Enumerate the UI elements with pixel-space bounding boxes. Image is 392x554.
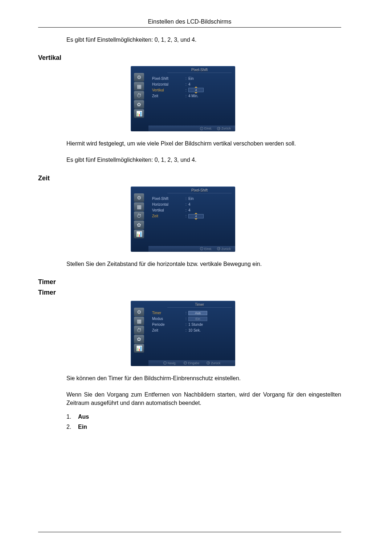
heading-vertikal: Vertikal	[38, 54, 341, 62]
osd-row: Vertikal : 4	[152, 208, 231, 213]
tab-icon-3[interactable]: ⏱	[134, 91, 144, 100]
tab-icon-5[interactable]: 📊	[134, 109, 144, 118]
osd-label-active: Zeit	[152, 214, 185, 218]
heading-timer-2: Timer	[38, 289, 341, 296]
list-label: Aus	[78, 414, 89, 420]
back-icon: ↺	[207, 361, 210, 365]
osd-row: Pixel-Shift : Ein	[152, 75, 231, 81]
tab-icon-4[interactable]: ✿	[134, 100, 144, 109]
osd-value: 4 Min.	[188, 94, 198, 98]
osd-vertikal: Pixel-Shift ⚙ ▦ ⏱ ✿ 📊 Pixel-Shift : Ein …	[131, 66, 235, 131]
osd-value: Ein	[188, 77, 193, 81]
adjust-icon: ↕	[200, 127, 203, 130]
tab-icon-1[interactable]: ⚙	[134, 308, 144, 316]
tab-icon-2[interactable]: ▦	[134, 82, 144, 91]
tab-icon-2[interactable]: ▦	[134, 202, 144, 211]
osd-timer: Timer ⚙ ▦ ⏱ ✿ 📊 Timer : Aus Modus :	[131, 301, 235, 366]
osd-title: Timer	[167, 303, 232, 308]
osd-label-active: Vertikal	[152, 88, 185, 92]
osd-select-option[interactable]: Aus	[188, 311, 207, 315]
heading-timer-1: Timer	[38, 278, 341, 286]
enter-icon: ⏎	[184, 361, 187, 365]
osd-value: Ein	[188, 197, 193, 201]
tab-icon-5[interactable]: 📊	[134, 230, 144, 238]
osd-row: Zeit : 4 Min.	[152, 93, 231, 99]
osd-row: Horizontal : 4	[152, 81, 231, 87]
footer-btn[interactable]: Einst.	[204, 127, 212, 130]
tab-icon-5[interactable]: 📊	[134, 344, 144, 353]
osd-value: 1 Stunde	[188, 323, 203, 327]
osd-row: Timer : Aus	[152, 310, 231, 316]
osd-footer: ↕Einst. ↺Zurück	[148, 246, 235, 252]
osd-label: Pixel-Shift	[152, 77, 185, 81]
list-number: 2.	[66, 424, 73, 430]
osd-footer: ↕Einst. ↺Zurück	[148, 126, 235, 131]
osd-select-option[interactable]: Ein	[188, 317, 207, 321]
osd-footer: ↕Navig. ⏎Eingabe ↺Zurück	[148, 360, 235, 366]
osd-value: Ein	[188, 317, 207, 321]
osd-title: Pixel-Shift	[167, 188, 232, 193]
osd-label: Pixel-Shift	[152, 197, 185, 201]
list-item: 2. Ein	[66, 424, 341, 430]
intro-text: Es gibt fünf Einstellmöglichkeiten: 0, 1…	[66, 36, 341, 44]
nav-icon: ↕	[163, 361, 167, 365]
osd-label-active: Timer	[152, 311, 185, 315]
osd-label: Periode	[152, 323, 185, 327]
footer-btn[interactable]: Eingabe	[188, 361, 199, 365]
osd-label: Zeit	[152, 94, 185, 98]
tab-icon-4[interactable]: ✿	[134, 335, 144, 344]
osd-label: Vertikal	[152, 208, 185, 212]
tab-icon-1[interactable]: ⚙	[134, 73, 144, 82]
osd-row: Zeit : 10 Sek.	[152, 328, 231, 333]
osd-value: Aus	[188, 311, 207, 315]
osd-zeit: Pixel-Shift ⚙ ▦ ⏱ ✿ 📊 Pixel-Shift : Ein …	[131, 186, 235, 252]
list-item: 1. Aus	[66, 414, 341, 420]
osd-tabs: ⚙ ▦ ⏱ ✿ 📊	[134, 193, 145, 238]
osd-row: Vertikal : 4	[152, 87, 231, 93]
timer-para-2: Wenn Sie den Vorgang zum Entfernen von N…	[66, 390, 341, 407]
page-header: Einstellen des LCD-Bildschirms	[38, 18, 341, 28]
zeit-para-1: Stellen Sie den Zeitabstand für die hori…	[66, 260, 341, 268]
osd-tabs: ⚙ ▦ ⏱ ✿ 📊	[134, 73, 145, 118]
osd-label: Zeit	[152, 328, 185, 332]
osd-value: 4	[188, 208, 191, 212]
back-icon: ↺	[217, 127, 220, 130]
osd-row: Modus : Ein	[152, 316, 231, 322]
footer-btn[interactable]: Zurück	[211, 361, 220, 365]
osd-row: Pixel-Shift : Ein	[152, 196, 231, 202]
tab-icon-3[interactable]: ⏱	[134, 212, 144, 220]
footer-btn[interactable]: Zurück	[221, 247, 231, 251]
tab-icon-1[interactable]: ⚙	[134, 193, 144, 202]
footer-btn[interactable]: Navig.	[168, 361, 176, 365]
heading-zeit: Zeit	[38, 175, 341, 182]
back-icon: ↺	[217, 247, 220, 250]
timer-options-list: 1. Aus 2. Ein	[66, 414, 341, 430]
osd-row: Periode : 1 Stunde	[152, 322, 231, 328]
osd-tabs: ⚙ ▦ ⏱ ✿ 📊	[134, 308, 145, 353]
osd-value: 10 Sek.	[188, 328, 201, 332]
osd-value: 4	[188, 82, 191, 86]
timer-para-1: Sie können den Timer für den Bildschirm-…	[66, 374, 341, 382]
osd-title: Pixel-Shift	[167, 68, 232, 73]
footer-btn[interactable]: Zurück	[221, 127, 231, 130]
footer-btn[interactable]: Einst.	[204, 247, 212, 251]
footer-rule	[38, 532, 341, 532]
osd-spinner[interactable]: 4	[188, 214, 204, 218]
osd-label: Horizontal	[152, 82, 185, 86]
vertikal-para-1: Hiermit wird festgelegt, um wie viele Pi…	[66, 139, 341, 148]
tab-icon-3[interactable]: ⏱	[134, 326, 144, 335]
list-label: Ein	[78, 424, 87, 430]
vertikal-para-2: Es gibt fünf Einstellmöglichkeiten: 0, 1…	[66, 156, 341, 164]
osd-label: Horizontal	[152, 202, 185, 206]
osd-row: Zeit : 4	[152, 213, 231, 219]
osd-label: Modus	[152, 317, 185, 321]
adjust-icon: ↕	[200, 247, 203, 250]
list-number: 1.	[66, 414, 73, 420]
osd-spinner[interactable]: 4	[188, 88, 204, 92]
osd-value: 4	[188, 202, 191, 206]
tab-icon-2[interactable]: ▦	[134, 317, 144, 325]
osd-row: Horizontal : 4	[152, 202, 231, 208]
tab-icon-4[interactable]: ✿	[134, 221, 144, 229]
